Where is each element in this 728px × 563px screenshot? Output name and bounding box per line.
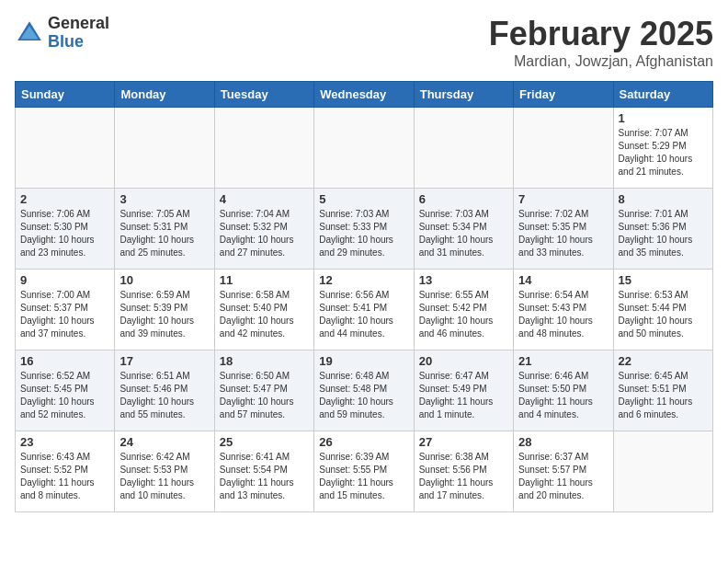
day-number: 3 (119, 192, 209, 206)
day-info: Sunrise: 6:58 AM Sunset: 5:40 PM Dayligh… (220, 289, 309, 340)
day-info: Sunrise: 6:41 AM Sunset: 5:54 PM Dayligh… (220, 451, 309, 502)
logo-blue-text: Blue (48, 33, 109, 52)
day-info: Sunrise: 7:02 AM Sunset: 5:35 PM Dayligh… (518, 208, 608, 259)
calendar-day-cell: 4Sunrise: 7:04 AM Sunset: 5:32 PM Daylig… (214, 189, 313, 270)
day-of-week-header: Sunday (16, 82, 115, 108)
day-info: Sunrise: 6:53 AM Sunset: 5:44 PM Dayligh… (619, 289, 708, 340)
day-info: Sunrise: 7:03 AM Sunset: 5:34 PM Dayligh… (419, 208, 508, 259)
day-info: Sunrise: 7:03 AM Sunset: 5:33 PM Dayligh… (319, 208, 408, 259)
day-info: Sunrise: 7:04 AM Sunset: 5:32 PM Dayligh… (220, 208, 309, 259)
calendar-day-cell: 16Sunrise: 6:52 AM Sunset: 5:45 PM Dayli… (16, 350, 115, 431)
calendar-week-row: 9Sunrise: 7:00 AM Sunset: 5:37 PM Daylig… (16, 270, 713, 350)
day-info: Sunrise: 6:46 AM Sunset: 5:50 PM Dayligh… (518, 370, 608, 421)
day-info: Sunrise: 6:55 AM Sunset: 5:42 PM Dayligh… (419, 289, 508, 340)
calendar-day-cell: 24Sunrise: 6:42 AM Sunset: 5:53 PM Dayli… (115, 431, 214, 512)
day-number: 8 (619, 192, 708, 206)
calendar-header-row: SundayMondayTuesdayWednesdayThursdayFrid… (16, 82, 713, 108)
day-number: 10 (119, 273, 209, 287)
day-number: 18 (220, 354, 309, 368)
calendar-day-cell: 1Sunrise: 7:07 AM Sunset: 5:29 PM Daylig… (613, 108, 712, 189)
calendar-day-cell: 12Sunrise: 6:56 AM Sunset: 5:41 PM Dayli… (314, 270, 414, 350)
day-number: 16 (20, 354, 109, 368)
calendar-day-cell (414, 108, 513, 189)
day-of-week-header: Saturday (613, 82, 712, 108)
calendar-day-cell: 9Sunrise: 7:00 AM Sunset: 5:37 PM Daylig… (16, 270, 115, 350)
day-of-week-header: Thursday (414, 82, 513, 108)
calendar-day-cell: 15Sunrise: 6:53 AM Sunset: 5:44 PM Dayli… (613, 270, 712, 350)
calendar-day-cell: 6Sunrise: 7:03 AM Sunset: 5:34 PM Daylig… (414, 189, 513, 270)
day-number: 27 (419, 435, 508, 449)
day-number: 17 (119, 354, 209, 368)
day-info: Sunrise: 7:07 AM Sunset: 5:29 PM Dayligh… (619, 127, 708, 178)
calendar-day-cell: 3Sunrise: 7:05 AM Sunset: 5:31 PM Daylig… (115, 189, 214, 270)
calendar-week-row: 16Sunrise: 6:52 AM Sunset: 5:45 PM Dayli… (16, 350, 713, 431)
calendar-day-cell: 5Sunrise: 7:03 AM Sunset: 5:33 PM Daylig… (314, 189, 414, 270)
logo-general-text: General (48, 15, 109, 33)
day-number: 5 (319, 192, 408, 206)
calendar-week-row: 1Sunrise: 7:07 AM Sunset: 5:29 PM Daylig… (16, 108, 713, 189)
day-number: 12 (319, 273, 408, 287)
calendar-day-cell: 7Sunrise: 7:02 AM Sunset: 5:35 PM Daylig… (514, 189, 613, 270)
day-number: 20 (419, 354, 508, 368)
calendar-day-cell: 22Sunrise: 6:45 AM Sunset: 5:51 PM Dayli… (613, 350, 712, 431)
calendar-day-cell: 14Sunrise: 6:54 AM Sunset: 5:43 PM Dayli… (514, 270, 613, 350)
day-number: 1 (619, 111, 708, 125)
day-number: 9 (20, 273, 109, 287)
calendar-day-cell (613, 431, 712, 512)
day-number: 14 (518, 273, 608, 287)
day-of-week-header: Tuesday (214, 82, 313, 108)
day-number: 22 (619, 354, 708, 368)
day-of-week-header: Wednesday (314, 82, 414, 108)
day-info: Sunrise: 6:43 AM Sunset: 5:52 PM Dayligh… (20, 451, 109, 502)
calendar-week-row: 23Sunrise: 6:43 AM Sunset: 5:52 PM Dayli… (16, 431, 713, 512)
day-number: 2 (20, 192, 109, 206)
day-number: 24 (119, 435, 209, 449)
calendar-day-cell: 18Sunrise: 6:50 AM Sunset: 5:47 PM Dayli… (214, 350, 313, 431)
location-text: Mardian, Jowzjan, Afghanistan (489, 53, 713, 70)
calendar-day-cell: 23Sunrise: 6:43 AM Sunset: 5:52 PM Dayli… (16, 431, 115, 512)
day-number: 21 (518, 354, 608, 368)
day-info: Sunrise: 6:52 AM Sunset: 5:45 PM Dayligh… (20, 370, 109, 421)
day-number: 19 (319, 354, 408, 368)
logo-icon (15, 18, 44, 48)
day-number: 7 (518, 192, 608, 206)
day-info: Sunrise: 7:00 AM Sunset: 5:37 PM Dayligh… (20, 289, 109, 340)
calendar-day-cell: 27Sunrise: 6:38 AM Sunset: 5:56 PM Dayli… (414, 431, 513, 512)
day-number: 28 (518, 435, 608, 449)
day-info: Sunrise: 6:45 AM Sunset: 5:51 PM Dayligh… (619, 370, 708, 421)
calendar-day-cell (16, 108, 115, 189)
calendar-day-cell: 20Sunrise: 6:47 AM Sunset: 5:49 PM Dayli… (414, 350, 513, 431)
month-title: February 2025 (489, 15, 713, 53)
calendar-day-cell: 2Sunrise: 7:06 AM Sunset: 5:30 PM Daylig… (16, 189, 115, 270)
calendar-day-cell (514, 108, 613, 189)
day-of-week-header: Monday (115, 82, 214, 108)
day-number: 26 (319, 435, 408, 449)
calendar-day-cell: 25Sunrise: 6:41 AM Sunset: 5:54 PM Dayli… (214, 431, 313, 512)
day-number: 4 (220, 192, 309, 206)
day-info: Sunrise: 7:01 AM Sunset: 5:36 PM Dayligh… (619, 208, 708, 259)
day-number: 23 (20, 435, 109, 449)
calendar-day-cell: 10Sunrise: 6:59 AM Sunset: 5:39 PM Dayli… (115, 270, 214, 350)
day-of-week-header: Friday (514, 82, 613, 108)
calendar-day-cell (314, 108, 414, 189)
calendar-day-cell: 8Sunrise: 7:01 AM Sunset: 5:36 PM Daylig… (613, 189, 712, 270)
day-info: Sunrise: 6:48 AM Sunset: 5:48 PM Dayligh… (319, 370, 408, 421)
day-number: 15 (619, 273, 708, 287)
day-info: Sunrise: 6:47 AM Sunset: 5:49 PM Dayligh… (419, 370, 508, 421)
day-info: Sunrise: 6:39 AM Sunset: 5:55 PM Dayligh… (319, 451, 408, 502)
page-header: General Blue February 2025 Mardian, Jowz… (15, 15, 713, 70)
calendar-day-cell: 11Sunrise: 6:58 AM Sunset: 5:40 PM Dayli… (214, 270, 313, 350)
calendar-day-cell: 28Sunrise: 6:37 AM Sunset: 5:57 PM Dayli… (514, 431, 613, 512)
day-info: Sunrise: 6:50 AM Sunset: 5:47 PM Dayligh… (220, 370, 309, 421)
day-number: 11 (220, 273, 309, 287)
calendar-day-cell: 21Sunrise: 6:46 AM Sunset: 5:50 PM Dayli… (514, 350, 613, 431)
calendar-day-cell (214, 108, 313, 189)
calendar-day-cell: 13Sunrise: 6:55 AM Sunset: 5:42 PM Dayli… (414, 270, 513, 350)
calendar-week-row: 2Sunrise: 7:06 AM Sunset: 5:30 PM Daylig… (16, 189, 713, 270)
day-info: Sunrise: 6:56 AM Sunset: 5:41 PM Dayligh… (319, 289, 408, 340)
day-info: Sunrise: 7:05 AM Sunset: 5:31 PM Dayligh… (119, 208, 209, 259)
day-number: 6 (419, 192, 508, 206)
calendar-day-cell: 17Sunrise: 6:51 AM Sunset: 5:46 PM Dayli… (115, 350, 214, 431)
logo: General Blue (15, 15, 109, 52)
day-info: Sunrise: 6:59 AM Sunset: 5:39 PM Dayligh… (119, 289, 209, 340)
